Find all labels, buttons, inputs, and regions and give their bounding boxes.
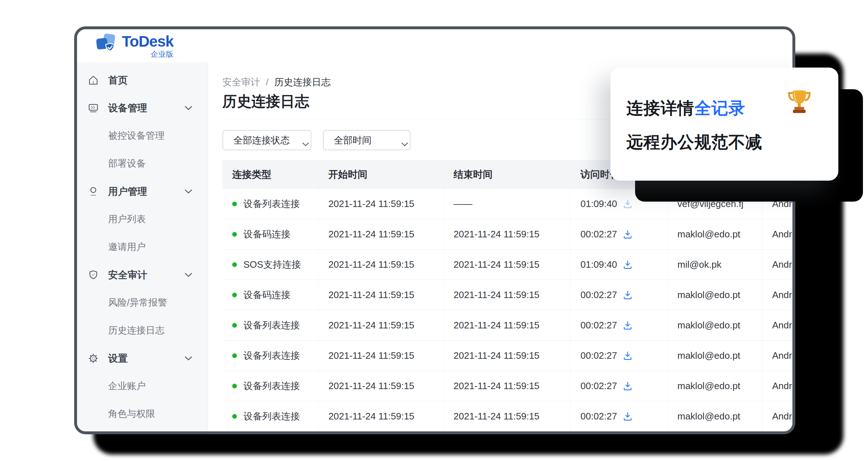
sidebar-item-label: 用户管理 <box>108 185 147 198</box>
sidebar-subitem-label: 企业账户 <box>108 380 146 392</box>
promo-subline: 远程办公规范不减 <box>626 131 762 154</box>
chevron-down-icon <box>184 105 192 111</box>
status-dot-icon <box>232 232 237 237</box>
sidebar-item-label: 首页 <box>108 74 128 87</box>
sidebar-item[interactable]: 用户管理 <box>77 177 208 205</box>
status-dot-icon <box>232 323 237 328</box>
status-dot-icon <box>232 353 237 358</box>
promo-headline: 连接详情全记录 <box>626 97 745 120</box>
download-icon[interactable] <box>623 351 633 361</box>
sidebar-subitem[interactable]: 企业账户 <box>77 372 208 400</box>
status-dot-icon <box>232 293 237 297</box>
sidebar-subitem-label: 邀请用户 <box>108 241 146 253</box>
sidebar-subitem-label: 用户列表 <box>108 213 146 225</box>
table-header-cell: 开始时间 <box>319 160 444 189</box>
sidebar-subitem-label: 部署设备 <box>108 157 146 170</box>
sidebar-subitem[interactable]: 历史连接日志 <box>77 316 208 344</box>
sidebar-item-label: 安全审计 <box>108 268 147 281</box>
sidebar-subitem-label: 风险/异常报警 <box>108 296 167 309</box>
table-row: 设备列表连接 2021-11-24 11:59:15 2021-11-24 11… <box>222 341 795 371</box>
breadcrumb-current: 历史连接日志 <box>274 76 331 89</box>
sidebar-subitem[interactable]: 被控设备管理 <box>77 122 208 150</box>
top-bar: ToDesk 企业版 <box>77 29 792 63</box>
sidebar: 首页 设备管理 被控设备管理 部署设备 用户管理 用户列表 邀 <box>77 63 208 431</box>
table-header-cell: 结束时间 <box>444 160 571 189</box>
sidebar-subitem-label: 被控设备管理 <box>108 129 165 142</box>
chevron-down-icon <box>184 189 192 194</box>
time-range-select[interactable]: 全部时间 <box>323 130 410 150</box>
download-icon[interactable] <box>623 381 633 391</box>
promo-headline-accent: 全记录 <box>694 99 745 117</box>
sidebar-subitem-label: 历史连接日志 <box>108 324 165 337</box>
status-dot-icon <box>232 414 237 419</box>
download-icon[interactable] <box>623 320 633 330</box>
sidebar-item[interactable]: 首页 <box>77 66 208 94</box>
sidebar-item[interactable]: 安全审计 <box>77 261 208 289</box>
breadcrumb-parent[interactable]: 安全审计 <box>222 76 260 89</box>
trophy-icon <box>786 88 812 115</box>
download-icon[interactable] <box>623 229 633 239</box>
download-icon[interactable] <box>623 412 633 421</box>
promo-card: 连接详情全记录 远程办公规范不减 <box>610 68 838 181</box>
sidebar-subitem[interactable]: 邀请用户 <box>77 233 208 261</box>
page-title: 历史连接日志 <box>222 91 309 111</box>
sidebar-subitem-label: 角色与权限 <box>108 408 155 420</box>
table-row: 设备列表连接 2021-11-24 11:59:15 2021-11-24 11… <box>222 401 795 432</box>
breadcrumb-separator: / <box>266 77 268 88</box>
sidebar-subitem[interactable]: 部署设备 <box>77 150 208 177</box>
chevron-down-icon <box>184 272 192 277</box>
chevron-down-icon <box>295 138 302 143</box>
status-dot-icon <box>232 202 237 206</box>
filter-bar: 全部连接状态 全部时间 <box>222 130 410 150</box>
table-row: SOS支持连接 2021-11-24 11:59:15 2021-11-24 1… <box>222 250 795 280</box>
status-dot-icon <box>232 384 237 388</box>
table-row: 设备列表连接 2021-11-24 11:59:15 2021-11-24 11… <box>222 371 795 401</box>
screenshot-stage: ToDesk 企业版 首页 设备管理 被控设备管理 部署设备 <box>0 0 868 461</box>
download-icon[interactable] <box>623 290 633 300</box>
table-row: 设备列表连接 2021-11-24 11:59:15 2021-11-24 11… <box>222 310 795 341</box>
sidebar-item[interactable]: 设备管理 <box>77 94 208 122</box>
breadcrumb: 安全审计 / 历史连接日志 <box>222 76 331 89</box>
chevron-down-icon <box>394 138 401 143</box>
table-row: 设备码连接 2021-11-24 11:59:15 2021-11-24 11:… <box>222 280 795 310</box>
todesk-logo-icon <box>96 34 117 55</box>
brand-name: ToDesk <box>122 34 174 49</box>
download-icon[interactable] <box>623 199 633 209</box>
sidebar-subitem[interactable]: 风险/异常报警 <box>77 289 208 316</box>
table-row: 设备码连接 2021-11-24 11:59:15 2021-11-24 11:… <box>222 219 795 250</box>
sidebar-item-label: 设置 <box>108 352 128 365</box>
sidebar-subitem[interactable]: 角色与权限 <box>77 400 208 428</box>
todesk-logo: ToDesk 企业版 <box>96 34 174 59</box>
sidebar-subitem[interactable]: 用户列表 <box>77 205 208 233</box>
status-dot-icon <box>232 262 237 267</box>
sidebar-item[interactable]: 设置 <box>77 344 208 372</box>
brand-edition: 企业版 <box>151 50 174 59</box>
download-icon[interactable] <box>623 260 633 270</box>
sidebar-item-label: 设备管理 <box>108 102 147 115</box>
connection-status-select[interactable]: 全部连接状态 <box>222 130 311 150</box>
chevron-down-icon <box>184 356 192 361</box>
table-header-cell: 连接类型 <box>222 160 319 189</box>
